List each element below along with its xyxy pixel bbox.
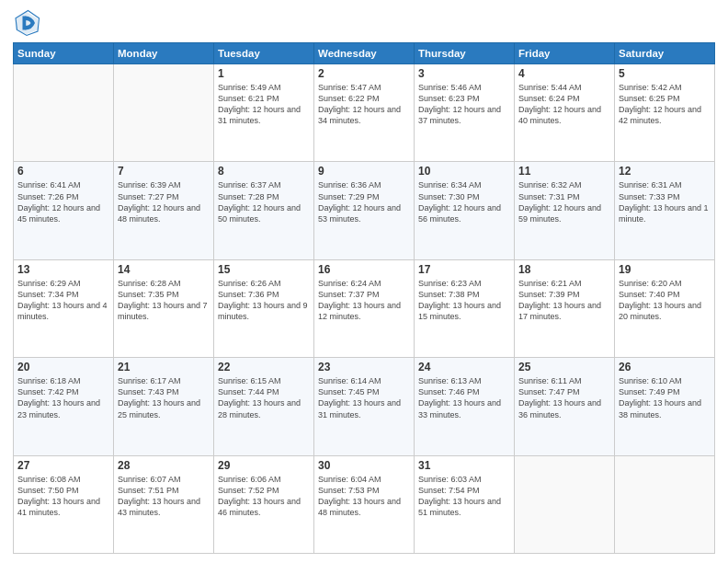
day-number: 4: [518, 67, 610, 80]
day-number: 5: [619, 67, 711, 80]
day-number: 28: [118, 459, 210, 472]
day-info: Sunrise: 6:14 AM Sunset: 7:45 PM Dayligh…: [318, 375, 410, 420]
calendar-cell: 12Sunrise: 6:31 AM Sunset: 7:33 PM Dayli…: [615, 162, 715, 259]
calendar-cell: 23Sunrise: 6:14 AM Sunset: 7:45 PM Dayli…: [314, 358, 415, 455]
calendar-cell: 24Sunrise: 6:13 AM Sunset: 7:46 PM Dayli…: [415, 358, 515, 455]
day-number: 9: [318, 165, 410, 178]
calendar-cell: 26Sunrise: 6:10 AM Sunset: 7:49 PM Dayli…: [615, 358, 715, 455]
column-header-tuesday: Tuesday: [214, 43, 314, 64]
day-info: Sunrise: 6:15 AM Sunset: 7:44 PM Dayligh…: [218, 375, 310, 420]
calendar-cell: 10Sunrise: 6:34 AM Sunset: 7:30 PM Dayli…: [415, 162, 515, 259]
day-info: Sunrise: 6:23 AM Sunset: 7:38 PM Dayligh…: [418, 278, 510, 323]
day-number: 22: [218, 361, 310, 373]
day-number: 19: [619, 263, 711, 276]
day-number: 8: [218, 165, 310, 178]
day-number: 3: [418, 67, 510, 80]
day-info: Sunrise: 5:47 AM Sunset: 6:22 PM Dayligh…: [318, 82, 410, 127]
day-info: Sunrise: 6:24 AM Sunset: 7:37 PM Dayligh…: [318, 278, 410, 323]
column-header-friday: Friday: [515, 43, 615, 64]
calendar-week-4: 20Sunrise: 6:18 AM Sunset: 7:42 PM Dayli…: [14, 358, 715, 455]
calendar: SundayMondayTuesdayWednesdayThursdayFrid…: [13, 42, 715, 554]
page: SundayMondayTuesdayWednesdayThursdayFrid…: [0, 0, 728, 563]
day-info: Sunrise: 5:44 AM Sunset: 6:24 PM Dayligh…: [518, 82, 610, 127]
day-info: Sunrise: 6:13 AM Sunset: 7:46 PM Dayligh…: [418, 375, 510, 420]
calendar-cell: 14Sunrise: 6:28 AM Sunset: 7:35 PM Dayli…: [114, 259, 214, 357]
column-header-sunday: Sunday: [14, 43, 114, 64]
column-header-wednesday: Wednesday: [314, 43, 415, 64]
calendar-week-2: 6Sunrise: 6:41 AM Sunset: 7:26 PM Daylig…: [14, 162, 715, 259]
calendar-cell: 4Sunrise: 5:44 AM Sunset: 6:24 PM Daylig…: [515, 64, 615, 162]
day-number: 21: [118, 361, 210, 373]
day-number: 13: [17, 263, 109, 276]
svg-rect-2: [23, 17, 27, 30]
calendar-week-5: 27Sunrise: 6:08 AM Sunset: 7:50 PM Dayli…: [14, 455, 715, 553]
calendar-cell: 6Sunrise: 6:41 AM Sunset: 7:26 PM Daylig…: [14, 162, 114, 259]
calendar-cell: 11Sunrise: 6:32 AM Sunset: 7:31 PM Dayli…: [515, 162, 615, 259]
day-info: Sunrise: 5:49 AM Sunset: 6:21 PM Dayligh…: [218, 82, 310, 127]
day-info: Sunrise: 6:03 AM Sunset: 7:54 PM Dayligh…: [418, 474, 510, 519]
calendar-cell: 5Sunrise: 5:42 AM Sunset: 6:25 PM Daylig…: [615, 64, 715, 162]
calendar-cell: 30Sunrise: 6:04 AM Sunset: 7:53 PM Dayli…: [314, 455, 415, 553]
day-info: Sunrise: 6:34 AM Sunset: 7:30 PM Dayligh…: [418, 179, 510, 224]
day-info: Sunrise: 6:39 AM Sunset: 7:27 PM Dayligh…: [118, 179, 210, 224]
column-header-thursday: Thursday: [415, 43, 515, 64]
calendar-cell: 15Sunrise: 6:26 AM Sunset: 7:36 PM Dayli…: [214, 259, 314, 357]
calendar-cell: 27Sunrise: 6:08 AM Sunset: 7:50 PM Dayli…: [14, 455, 114, 553]
calendar-cell: 1Sunrise: 5:49 AM Sunset: 6:21 PM Daylig…: [214, 64, 314, 162]
day-info: Sunrise: 6:29 AM Sunset: 7:34 PM Dayligh…: [17, 278, 109, 323]
day-number: 2: [318, 67, 410, 80]
calendar-cell: 9Sunrise: 6:36 AM Sunset: 7:29 PM Daylig…: [314, 162, 415, 259]
day-number: 11: [518, 165, 610, 178]
day-info: Sunrise: 6:37 AM Sunset: 7:28 PM Dayligh…: [218, 179, 310, 224]
calendar-cell: 31Sunrise: 6:03 AM Sunset: 7:54 PM Dayli…: [415, 455, 515, 553]
calendar-cell: 18Sunrise: 6:21 AM Sunset: 7:39 PM Dayli…: [515, 259, 615, 357]
day-info: Sunrise: 6:31 AM Sunset: 7:33 PM Dayligh…: [619, 179, 711, 224]
day-info: Sunrise: 6:06 AM Sunset: 7:52 PM Dayligh…: [218, 474, 310, 519]
calendar-header-row: SundayMondayTuesdayWednesdayThursdayFrid…: [14, 43, 715, 64]
header: [13, 9, 715, 37]
day-number: 1: [218, 67, 310, 80]
calendar-cell: 19Sunrise: 6:20 AM Sunset: 7:40 PM Dayli…: [615, 259, 715, 357]
day-info: Sunrise: 6:18 AM Sunset: 7:42 PM Dayligh…: [17, 375, 109, 420]
day-number: 29: [218, 459, 310, 472]
day-info: Sunrise: 6:32 AM Sunset: 7:31 PM Dayligh…: [518, 179, 610, 224]
calendar-week-1: 1Sunrise: 5:49 AM Sunset: 6:21 PM Daylig…: [14, 64, 715, 162]
column-header-saturday: Saturday: [615, 43, 715, 64]
calendar-week-3: 13Sunrise: 6:29 AM Sunset: 7:34 PM Dayli…: [14, 259, 715, 357]
day-info: Sunrise: 6:04 AM Sunset: 7:53 PM Dayligh…: [318, 474, 410, 519]
day-info: Sunrise: 6:41 AM Sunset: 7:26 PM Dayligh…: [17, 179, 109, 224]
calendar-cell: 22Sunrise: 6:15 AM Sunset: 7:44 PM Dayli…: [214, 358, 314, 455]
logo-icon: [13, 9, 40, 37]
day-number: 17: [418, 263, 510, 276]
day-info: Sunrise: 6:26 AM Sunset: 7:36 PM Dayligh…: [218, 278, 310, 323]
day-number: 25: [518, 361, 610, 373]
day-number: 30: [318, 459, 410, 472]
day-number: 15: [218, 263, 310, 276]
calendar-cell: 17Sunrise: 6:23 AM Sunset: 7:38 PM Dayli…: [415, 259, 515, 357]
day-number: 20: [17, 361, 109, 373]
calendar-cell: 29Sunrise: 6:06 AM Sunset: 7:52 PM Dayli…: [214, 455, 314, 553]
day-info: Sunrise: 6:36 AM Sunset: 7:29 PM Dayligh…: [318, 179, 410, 224]
calendar-cell: [515, 455, 615, 553]
column-header-monday: Monday: [114, 43, 214, 64]
calendar-cell: [14, 64, 114, 162]
day-number: 18: [518, 263, 610, 276]
day-number: 23: [318, 361, 410, 373]
day-number: 10: [418, 165, 510, 178]
calendar-cell: 2Sunrise: 5:47 AM Sunset: 6:22 PM Daylig…: [314, 64, 415, 162]
day-info: Sunrise: 5:46 AM Sunset: 6:23 PM Dayligh…: [418, 82, 510, 127]
calendar-cell: 20Sunrise: 6:18 AM Sunset: 7:42 PM Dayli…: [14, 358, 114, 455]
day-info: Sunrise: 6:20 AM Sunset: 7:40 PM Dayligh…: [619, 278, 711, 323]
day-info: Sunrise: 6:10 AM Sunset: 7:49 PM Dayligh…: [619, 375, 711, 420]
day-number: 26: [619, 361, 711, 373]
calendar-cell: 16Sunrise: 6:24 AM Sunset: 7:37 PM Dayli…: [314, 259, 415, 357]
day-info: Sunrise: 6:11 AM Sunset: 7:47 PM Dayligh…: [518, 375, 610, 420]
day-number: 31: [418, 459, 510, 472]
day-info: Sunrise: 6:17 AM Sunset: 7:43 PM Dayligh…: [118, 375, 210, 420]
day-info: Sunrise: 6:21 AM Sunset: 7:39 PM Dayligh…: [518, 278, 610, 323]
calendar-cell: 8Sunrise: 6:37 AM Sunset: 7:28 PM Daylig…: [214, 162, 314, 259]
day-number: 12: [619, 165, 711, 178]
day-info: Sunrise: 6:08 AM Sunset: 7:50 PM Dayligh…: [17, 474, 109, 519]
calendar-cell: [615, 455, 715, 553]
day-number: 27: [17, 459, 109, 472]
